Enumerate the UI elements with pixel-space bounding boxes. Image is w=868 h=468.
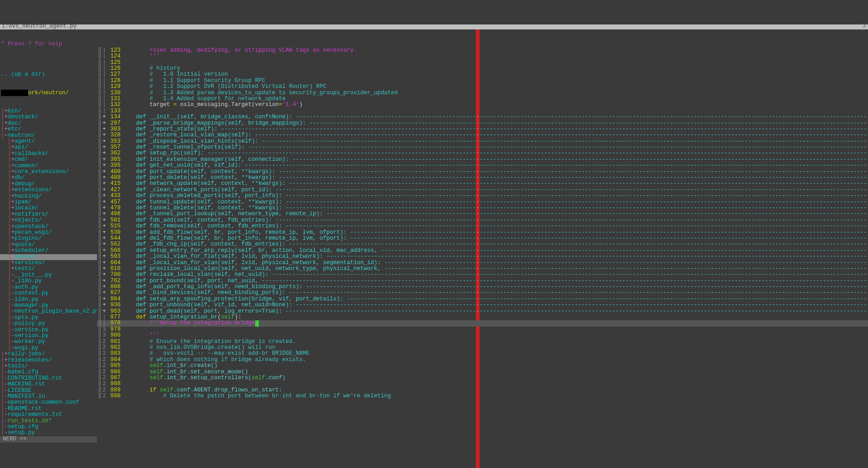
nerdtree-dir[interactable]: |+rally-jobs/ bbox=[0, 351, 97, 357]
nerdtree-file[interactable]: |-service.py bbox=[0, 327, 97, 333]
fold-line[interactable]: ‖+357 def _reset_tunnel_ofports(self): -… bbox=[97, 145, 868, 150]
nerdtree-file[interactable]: |-manager.py bbox=[0, 303, 97, 309]
nerdtree-dir[interactable]: |+plugins/ bbox=[0, 236, 97, 241]
fold-line[interactable]: ‖+963 def port_dead(self, port, log_erro… bbox=[97, 309, 868, 314]
nerdtree-file[interactable]: |-policy.py bbox=[0, 321, 97, 327]
nerdtree-file[interactable]: |-auth.py bbox=[0, 285, 97, 290]
fold-line[interactable]: ‖+328 def _restore_local_vlan_map(self):… bbox=[97, 132, 868, 138]
nerdtree-file[interactable]: |-i18n.py bbox=[0, 297, 97, 303]
code-line[interactable]: ‖|125 bbox=[97, 60, 868, 66]
code-line[interactable]: ‖|126 # history bbox=[97, 66, 868, 72]
fold-line[interactable]: ‖+544 def del_fdb_flow(self, br, port_in… bbox=[97, 236, 868, 241]
nerdtree-dir[interactable]: |+pecan_wsgi/ bbox=[0, 230, 97, 236]
nerdtree-file[interactable]: |-_i18n.py bbox=[0, 278, 97, 284]
nerdtree-dir[interactable]: |+core_extensions/ bbox=[0, 169, 97, 175]
code-line[interactable]: ‖|128 # 1.1 Support Security Group RPC bbox=[97, 78, 868, 84]
nerdtree-dir[interactable]: |+objects/ bbox=[0, 217, 97, 223]
fold-line[interactable]: ‖+515 def fdb_remove(self, context, fdb_… bbox=[97, 223, 868, 229]
nerdtree-dir[interactable]: |+server/ bbox=[0, 254, 97, 260]
code-line[interactable]: ‖2981 # Ensure the integration bridge is… bbox=[97, 339, 868, 345]
fold-line[interactable]: ‖+562 def _fdb_chg_ip(self, context, fdb… bbox=[97, 241, 868, 247]
nerdtree-file[interactable]: |-README.rst bbox=[0, 406, 97, 412]
code-line[interactable]: ‖2983 # ovs-vsctl -- --may-exist add-br … bbox=[97, 351, 868, 357]
nerdtree-file[interactable]: |-openstack-common.conf bbox=[0, 400, 97, 405]
nerdtree-dir[interactable]: |~neutron/ bbox=[0, 133, 97, 139]
nerdtree-dir[interactable]: |+callbacks/ bbox=[0, 151, 97, 157]
nerdtree-dir[interactable]: |+doc/ bbox=[0, 121, 97, 126]
fold-line[interactable]: ‖+353 def _dispose_local_vlan_hints(self… bbox=[97, 139, 868, 145]
fold-line[interactable]: ‖+385 def init_extension_manager(self, c… bbox=[97, 157, 868, 163]
nerdtree-file[interactable]: |-HACKING.rst bbox=[0, 381, 97, 387]
nerdtree-file[interactable]: |-version.py bbox=[0, 333, 97, 339]
nerdtree-dir[interactable]: |+agent/ bbox=[0, 139, 97, 145]
fold-line[interactable]: ‖+498 def _tunnel_port_lookup(self, netw… bbox=[97, 211, 868, 217]
nerdtree-file[interactable]: |-run_tests.sh* bbox=[0, 418, 97, 424]
nerdtree-dir[interactable]: |+notifiers/ bbox=[0, 212, 97, 217]
nerdtree-file[interactable]: |-setup.cfg bbox=[0, 424, 97, 430]
nerdtree-dir[interactable]: |+tools/ bbox=[0, 363, 97, 369]
code-line[interactable]: ‖3980 ''' bbox=[97, 333, 868, 338]
editor-pane[interactable]: ‖|123 rules adding, modifying, or stripp… bbox=[97, 29, 868, 468]
code-line[interactable]: ‖2986 self.int_br.set_secure_mode() bbox=[97, 369, 868, 375]
fold-line[interactable]: ‖+415 def network_update(self, context, … bbox=[97, 181, 868, 187]
fold-line[interactable]: ‖+457 def tunnel_update(self, context, *… bbox=[97, 199, 868, 205]
nerdtree-dir[interactable]: |+releasenotes/ bbox=[0, 357, 97, 363]
fold-line[interactable]: ‖+479 def tunnel_delete(self, context, *… bbox=[97, 205, 868, 211]
nerdtree-dir[interactable]: |+services/ bbox=[0, 260, 97, 266]
fold-line[interactable]: ‖+362 def setup_rpc(self): -------------… bbox=[97, 150, 868, 156]
fold-line[interactable]: ‖+433 def process_deleted_ports(self, po… bbox=[97, 193, 868, 199]
nerdtree-root[interactable]: ████████ork/neutron/ bbox=[0, 90, 97, 96]
nerdtree-file[interactable]: |-neutron_plugin_base_v2.py bbox=[0, 309, 97, 314]
code-line[interactable]: ‖3979 bbox=[97, 327, 868, 333]
code-line[interactable]: ‖2987 self.int_br.setup_controllers(self… bbox=[97, 375, 868, 381]
fold-line[interactable]: ‖+700 def reclaim_local_vlan(self, net_u… bbox=[97, 272, 868, 278]
nerdtree-panel[interactable]: " Press ? for help .. (up a dir) ███████… bbox=[0, 29, 97, 468]
code-line[interactable]: ‖|124 ''' bbox=[97, 53, 868, 59]
fold-line[interactable]: ‖+568 def setup_entry_for_arp_reply(self… bbox=[97, 248, 868, 254]
nerdtree-dir[interactable]: |+tests/ bbox=[0, 266, 97, 272]
nerdtree-file[interactable]: |-babel.cfg bbox=[0, 369, 97, 375]
nerdtree-dir[interactable]: |+etc/ bbox=[0, 126, 97, 132]
fold-line[interactable]: ‖+808 def _add_port_tag_info(self, need_… bbox=[97, 284, 868, 290]
nerdtree-dir[interactable]: |+openstack/ bbox=[0, 224, 97, 230]
nerdtree-dir[interactable]: |+bin/ bbox=[0, 108, 97, 114]
nerdtree-dir[interactable]: |+extensions/ bbox=[0, 187, 97, 193]
nerdtree-file[interactable]: |-setup.py bbox=[0, 430, 97, 436]
fold-line[interactable]: ‖+616 def provision_local_vlan(self, net… bbox=[97, 266, 868, 272]
fold-line[interactable]: ‖+303 def _report_state(self): ---------… bbox=[97, 126, 868, 132]
fold-line[interactable]: ‖+409 def port_delete(self, context, **k… bbox=[97, 175, 868, 181]
code-line[interactable]: ‖2984 # which does nothing if bridge alr… bbox=[97, 357, 868, 363]
code-line[interactable]: ‖|133 bbox=[97, 108, 868, 114]
code-line[interactable]: ‖|123 rules adding, modifying, or stripp… bbox=[97, 48, 868, 53]
fold-line[interactable]: ‖+884 def setup_arp_spoofing_protection(… bbox=[97, 296, 868, 302]
nerdtree-dir[interactable]: |+quota/ bbox=[0, 242, 97, 248]
code-line[interactable]: ‖|130 # 1.3 Added param devices_to_updat… bbox=[97, 90, 868, 96]
nerdtree-file[interactable]: |-LICENSE bbox=[0, 388, 97, 394]
code-line[interactable]: ‖|977 def setup_integration_br(self): bbox=[97, 314, 868, 320]
fold-line[interactable]: ‖+395 def get_net_uuid(self, vif_id): --… bbox=[97, 163, 868, 169]
code-line[interactable]: ‖|978 '''Setup the integration bridge bbox=[97, 320, 868, 326]
nerdtree-file[interactable]: |-__init__.py bbox=[0, 272, 97, 278]
code-line[interactable]: ‖2985 self.int_br.create() bbox=[97, 363, 868, 369]
nerdtree-dir[interactable]: |+common/ bbox=[0, 163, 97, 169]
nerdtree-dir[interactable]: |+hacking/ bbox=[0, 193, 97, 199]
fold-line[interactable]: ‖+400 def port_update(self, context, **k… bbox=[97, 169, 868, 175]
fold-line[interactable]: ‖+936 def port_unbound(self, vif_id, net… bbox=[97, 302, 868, 308]
nerdtree-dir[interactable]: |+cmd/ bbox=[0, 157, 97, 163]
nerdtree-dir[interactable]: |+scheduler/ bbox=[0, 248, 97, 254]
code-line[interactable]: ‖|127 # 1.0 Initial version bbox=[97, 72, 868, 77]
nerdtree-file[interactable]: |-worker.py bbox=[0, 339, 97, 345]
fold-line[interactable]: ‖+501 def fdb_add(self, context, fdb_ent… bbox=[97, 217, 868, 223]
nerdtree-file[interactable]: |-requirements.txt bbox=[0, 412, 97, 418]
fold-line[interactable]: ‖+593 def _local_vlan_for_flat(self, lvi… bbox=[97, 254, 868, 260]
nerdtree-dir[interactable]: |+api/ bbox=[0, 145, 97, 150]
fold-line[interactable]: ‖+762 def port_bound(self, port, net_uui… bbox=[97, 278, 868, 284]
nerdtree-file[interactable]: |-MANIFEST.in bbox=[0, 394, 97, 400]
fold-line[interactable]: ‖+827 def _bind_devices(self, need_bindi… bbox=[97, 290, 868, 296]
code-line[interactable]: ‖2990 # Delete the patch port between br… bbox=[97, 393, 868, 399]
code-line[interactable]: ‖|131 # 1.4 Added support for network_up… bbox=[97, 96, 868, 102]
fold-line[interactable]: ‖+530 def add_fdb_flow(self, br, port_in… bbox=[97, 230, 868, 236]
nerdtree-dir[interactable]: |+locale/ bbox=[0, 205, 97, 211]
code-line[interactable]: ‖2989 if self.conf.AGENT.drop_flows_on_s… bbox=[97, 387, 868, 393]
code-line[interactable]: ‖|129 # 1.2 Support DVR (Distributed Vir… bbox=[97, 84, 868, 90]
